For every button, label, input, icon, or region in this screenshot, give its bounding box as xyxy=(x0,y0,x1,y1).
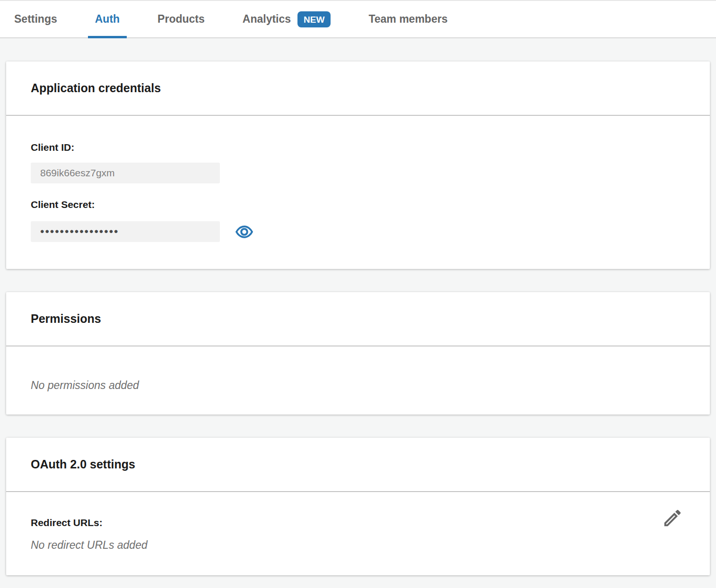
tab-analytics-label: Analytics xyxy=(243,13,291,26)
card-permissions-header: Permissions xyxy=(6,292,710,346)
tab-analytics[interactable]: Analytics NEW xyxy=(236,1,338,37)
tab-settings[interactable]: Settings xyxy=(7,1,64,37)
client-id-label: Client ID: xyxy=(31,142,685,153)
tab-bar: Settings Auth Products Analytics NEW Tea… xyxy=(0,0,716,38)
card-oauth-settings-body: Redirect URLs: No redirect URLs added xyxy=(6,492,710,575)
tab-team-members[interactable]: Team members xyxy=(361,1,454,37)
tab-auth[interactable]: Auth xyxy=(88,1,127,37)
card-permissions-body: No permissions added xyxy=(6,346,710,415)
content: Application credentials Client ID: 869ik… xyxy=(0,38,716,575)
permissions-title: Permissions xyxy=(31,312,101,326)
client-secret-label: Client Secret: xyxy=(31,199,685,210)
redirect-urls-label: Redirect URLs: xyxy=(31,517,685,528)
client-id-value: 869ik66esz7gxm xyxy=(40,167,115,179)
oauth-settings-title: OAuth 2.0 settings xyxy=(31,458,135,471)
card-application-credentials: Application credentials Client ID: 869ik… xyxy=(6,61,710,269)
tab-auth-label: Auth xyxy=(95,13,120,26)
no-redirect-urls-text: No redirect URLs added xyxy=(31,539,685,552)
tab-products-label: Products xyxy=(157,13,205,26)
card-permissions: Permissions No permissions added xyxy=(6,292,710,415)
card-oauth-settings-header: OAuth 2.0 settings xyxy=(6,438,710,492)
tab-products[interactable]: Products xyxy=(150,1,212,37)
client-secret-row: •••••••••••••••• xyxy=(31,221,685,242)
tab-team-members-label: Team members xyxy=(368,13,447,26)
tab-settings-label: Settings xyxy=(14,13,57,26)
pencil-icon xyxy=(662,507,683,529)
client-secret-masked-value: •••••••••••••••• xyxy=(40,226,119,237)
application-credentials-title: Application credentials xyxy=(31,81,161,95)
reveal-secret-button[interactable] xyxy=(236,225,253,239)
client-id-field[interactable]: 869ik66esz7gxm xyxy=(31,163,220,183)
card-application-credentials-body: Client ID: 869ik66esz7gxm Client Secret:… xyxy=(6,116,710,269)
no-permissions-text: No permissions added xyxy=(31,379,685,392)
client-secret-field[interactable]: •••••••••••••••• xyxy=(31,221,220,242)
card-application-credentials-header: Application credentials xyxy=(6,61,710,116)
eye-icon xyxy=(236,225,253,239)
new-badge: NEW xyxy=(297,11,331,27)
edit-redirect-urls-button[interactable] xyxy=(662,507,683,529)
card-oauth-settings: OAuth 2.0 settings Redirect URLs: No red… xyxy=(6,438,710,575)
